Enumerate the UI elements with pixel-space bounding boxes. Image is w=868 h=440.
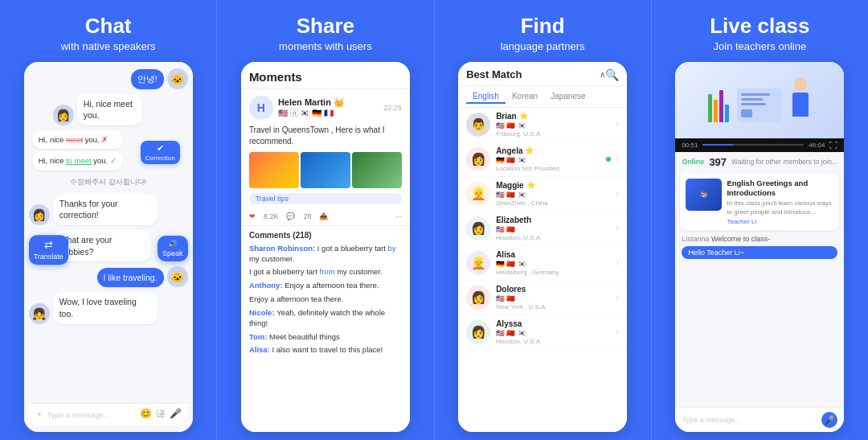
speak-button[interactable]: 🔊 Speak	[158, 236, 188, 261]
comment-text: Meet beautiful things	[269, 332, 340, 341]
highlight-word: from	[320, 267, 335, 276]
comment-text: I got a blueberry tart	[249, 267, 320, 276]
share-phone-frame: Moments H Helen Martin 👑 🇺🇸 🇦 🇰🇷 🇩🇪 🇫🇷 2…	[241, 62, 410, 432]
user-item-maggie[interactable]: 👱 Maggie ⭐ 🇺🇸 🇨🇳 🇰🇷 ShenZhen , China ›	[458, 177, 627, 212]
correction-lines: Hi, nice meet you. ✗ Hi, nice to meet yo…	[32, 130, 123, 171]
user-name: Elizabeth	[496, 216, 611, 224]
speak-icon: 🔊	[168, 240, 177, 248]
user-flags: 🇺🇸 🇨🇳	[496, 225, 611, 233]
user-item-dolores[interactable]: 👩 Dolores 🇺🇸 🇨🇳 New York , U.S.A ›	[458, 281, 627, 315]
post-time: 22:25	[383, 104, 402, 112]
post-actions-row: ❤ 8.2K 💬 28 📤 ···	[241, 209, 410, 226]
commenter-name: Alisa:	[249, 345, 272, 354]
fullscreen-icon[interactable]: ⛶	[829, 141, 837, 150]
comments-title: Comments (218)	[249, 231, 402, 240]
avatar: 🐱	[167, 68, 188, 89]
mic-icon[interactable]: 🎤	[170, 408, 182, 421]
strikethrough-text: meet	[66, 135, 83, 144]
user-flags: 🇺🇸 🇨🇳	[496, 294, 611, 302]
share-title: Share	[297, 14, 354, 38]
chat-message-row: I like traveling. 🐱	[29, 266, 188, 287]
translate-button[interactable]: ⇄ Translate	[29, 235, 68, 265]
type-message-placeholder[interactable]: Type a message...	[682, 416, 817, 424]
video-time-end: 46:04	[809, 142, 825, 149]
user-item-angela[interactable]: 👩 Angela ⭐ 🇩🇪 🇨🇳 🇰🇷 Location Not Provide…	[458, 142, 627, 177]
filter-label[interactable]: Best Match	[466, 68, 597, 80]
heart-icon: ❤	[249, 212, 256, 220]
input-placeholder[interactable]: Type a message...	[47, 410, 136, 419]
chat-phone-frame: 안녕! 🐱 👩 Hi, nice meet you. ✔ Correction …	[24, 62, 193, 432]
user-name: Brian ⭐	[496, 112, 611, 121]
waiting-text: Waiting for other members to join...	[731, 158, 837, 166]
mic-button[interactable]: 🎤	[821, 412, 837, 428]
commenter-name: Tom:	[249, 332, 269, 341]
user-name: Alisa	[496, 250, 611, 259]
class-info: English Greetings and Introductions In t…	[727, 179, 833, 225]
video-controls-bar: 00:51 46:04 ⛶	[675, 138, 844, 152]
tab-english[interactable]: English	[466, 90, 506, 104]
comment-text: Enjoy a afternoon tea there.	[249, 294, 343, 303]
live-panel: Live class Join teachers online	[651, 0, 868, 440]
mic-icon: 🎤	[824, 415, 835, 426]
user-item-brian[interactable]: 👨 Brian ⭐ 🇺🇸 🇨🇳 🇰🇷 Fribourg, U.S.A ›	[458, 108, 627, 142]
user-location: Fribourg, U.S.A	[496, 130, 611, 138]
find-screen: Best Match ∧ 🔍 English Korean Japanese 👨…	[458, 62, 627, 432]
live-input-bar: Type a message... 🎤	[675, 407, 844, 432]
search-icon[interactable]: 🔍	[605, 68, 619, 81]
comments-section: Comments (218) Sharon Robinson: I got a …	[241, 226, 410, 432]
chat-message-row: 👩 Hi, nice meet you. ✔ Correction	[53, 94, 188, 125]
user-avatar: 👩	[466, 216, 490, 241]
comment-item: Tom: Meet beautiful things	[249, 331, 402, 342]
language-tabs: English Korean Japanese	[458, 86, 627, 108]
tab-japanese[interactable]: Japanese	[544, 90, 592, 104]
x-mark: ✗	[101, 135, 108, 144]
commenter-name: Sharon Robinson:	[249, 244, 317, 253]
moments-header: Moments	[241, 62, 410, 89]
teacher-head	[794, 78, 807, 91]
correction-badge: ✔ Correction	[141, 141, 180, 164]
translate-icon: ⇄	[44, 239, 53, 251]
user-item-alisa[interactable]: 👱 Alisa 🇩🇪 🇨🇳 🇰🇷 Heidelberg , Germany ›	[458, 246, 627, 281]
user-info: Dolores 🇺🇸 🇨🇳 New York , U.S.A	[496, 285, 611, 310]
user-item-elizabeth[interactable]: 👩 Elizabeth 🇺🇸 🇨🇳 Houston, U.S.A ›	[458, 212, 627, 246]
chat-bubble: Wow, I love traveling too.	[53, 292, 158, 323]
board-line	[741, 98, 763, 101]
corrected-word: to meet	[66, 156, 92, 165]
teacher-body	[792, 93, 809, 117]
user-name: Dolores	[496, 285, 611, 294]
teacher-label: Teacher Li	[727, 218, 833, 225]
teacher-figure	[789, 78, 812, 122]
user-name: Alyssa	[496, 319, 611, 328]
find-header: Best Match ∧ 🔍	[458, 62, 627, 86]
check-mark: ✓	[110, 156, 117, 165]
chat-bubble: 안녕!	[131, 69, 164, 89]
user-info: Brian ⭐ 🇺🇸 🇨🇳 🇰🇷 Fribourg, U.S.A	[496, 112, 611, 138]
tab-korean[interactable]: Korean	[506, 90, 544, 104]
video-progress-bar[interactable]	[702, 144, 804, 146]
online-label: Online	[682, 158, 704, 166]
live-screen: 00:51 46:04 ⛶ Online 397 Waiting for oth…	[675, 62, 844, 432]
chat-input-bar: ＋ Type a message... 😊 译 🎤	[29, 403, 188, 426]
translate-input-icon[interactable]: 译	[156, 408, 166, 421]
chevron-icon: ∧	[600, 70, 605, 79]
comment-item: Sharon Robinson: I got a blueberry tart …	[249, 243, 402, 265]
user-avatar: 👱	[466, 251, 490, 275]
find-title: Find	[521, 14, 565, 38]
avatar: 👩	[53, 105, 74, 125]
emoji-icon[interactable]: 😊	[140, 408, 152, 421]
share-subtitle: moments with users	[279, 40, 372, 52]
star-icon: ⭐	[519, 112, 528, 120]
post-images	[241, 152, 410, 193]
illustration	[702, 72, 818, 129]
user-avatar: 👩	[466, 320, 490, 344]
post-text: Travel in QueensTown , Here is what I re…	[241, 123, 410, 152]
post-tag[interactable]: Travel tips	[249, 193, 402, 204]
chevron-right-icon: ›	[616, 189, 619, 198]
add-icon: ＋	[35, 409, 43, 420]
user-info: Angela ⭐ 🇩🇪 🇨🇳 🇰🇷 Location Not Provided	[496, 146, 600, 172]
class-card[interactable]: 📚 English Greetings and Introductions In…	[680, 174, 839, 230]
user-item-alyssa[interactable]: 👩 Alyssa 🇺🇸 🇨🇳 🇰🇷 Houston, U.S.A ›	[458, 315, 627, 350]
star-icon: ⭐	[525, 146, 534, 154]
video-progress-fill	[702, 144, 733, 146]
user-flags: 🇺🇸 🇨🇳 🇰🇷	[496, 191, 611, 199]
